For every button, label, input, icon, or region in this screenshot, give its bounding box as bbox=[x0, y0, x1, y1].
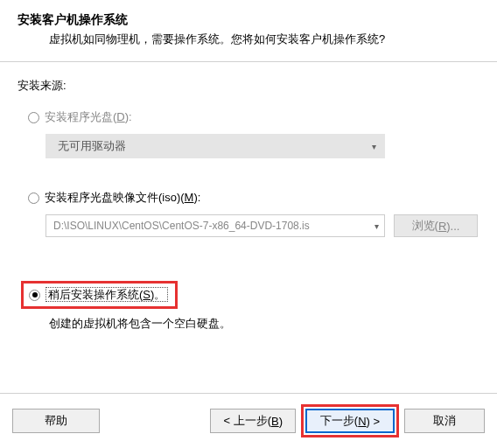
option-installer-disc: 安装程序光盘(D): 无可用驱动器 ▾ bbox=[18, 109, 480, 158]
content-area: 安装来源: 安装程序光盘(D): 无可用驱动器 ▾ 安装程序光盘映像文件(iso… bbox=[0, 62, 497, 332]
radio-install-later-label: 稍后安装操作系统(S)。 bbox=[46, 287, 168, 303]
next-button[interactable]: 下一步(N) > bbox=[305, 409, 395, 433]
cancel-button[interactable]: 取消 bbox=[404, 409, 485, 433]
wizard-header: 安装客户机操作系统 虚拟机如同物理机，需要操作系统。您将如何安装客户机操作系统? bbox=[0, 0, 497, 62]
back-button[interactable]: < 上一步(B) bbox=[210, 409, 296, 433]
browse-button[interactable]: 浏览(R)... bbox=[394, 214, 478, 237]
disc-drive-dropdown[interactable]: 无可用驱动器 ▾ bbox=[46, 134, 385, 158]
radio-installer-disc-label: 安装程序光盘(D): bbox=[45, 109, 132, 125]
disc-drive-value: 无可用驱动器 bbox=[58, 138, 126, 154]
option-install-later: 稍后安装操作系统(S)。 创建的虚拟机将包含一个空白硬盘。 bbox=[21, 281, 480, 332]
radio-iso-image[interactable] bbox=[28, 192, 39, 204]
radio-installer-disc[interactable] bbox=[28, 112, 39, 123]
chevron-down-icon: ▾ bbox=[372, 142, 376, 151]
iso-path-value: D:\ISO\LINUX\CentOS\CentOS-7-x86_64-DVD-… bbox=[53, 220, 310, 232]
install-later-note: 创建的虚拟机将包含一个空白硬盘。 bbox=[49, 316, 480, 332]
highlight-next-button: 下一步(N) > bbox=[301, 404, 399, 438]
iso-path-input[interactable]: D:\ISO\LINUX\CentOS\CentOS-7-x86_64-DVD-… bbox=[46, 214, 385, 237]
option-iso-image: 安装程序光盘映像文件(iso)(M): D:\ISO\LINUX\CentOS\… bbox=[18, 190, 480, 237]
radio-install-later[interactable] bbox=[29, 290, 40, 301]
highlight-install-later: 稍后安装操作系统(S)。 bbox=[21, 281, 178, 309]
wizard-footer: 帮助 < 上一步(B) 下一步(N) > 取消 bbox=[0, 393, 497, 448]
page-title: 安装客户机操作系统 bbox=[18, 12, 480, 28]
install-source-label: 安装来源: bbox=[18, 78, 480, 94]
page-subtitle: 虚拟机如同物理机，需要操作系统。您将如何安装客户机操作系统? bbox=[18, 32, 480, 47]
help-button[interactable]: 帮助 bbox=[12, 409, 100, 433]
chevron-down-icon: ▾ bbox=[374, 221, 379, 231]
radio-iso-image-label: 安装程序光盘映像文件(iso)(M): bbox=[45, 190, 200, 206]
